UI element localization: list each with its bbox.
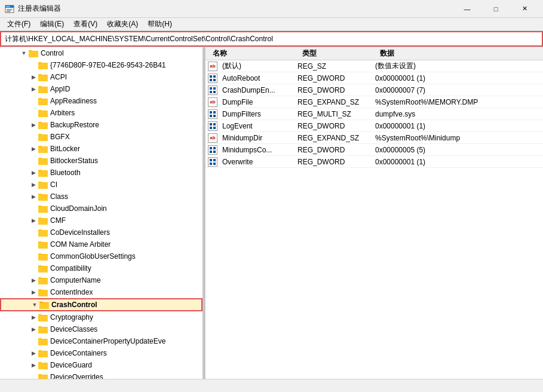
details-row[interactable]: abMinidumpDirREG_EXPAND_SZ%SystemRoot%\M…: [205, 132, 543, 144]
close-button[interactable]: ✕: [511, 0, 538, 18]
main-content: ▼ Control {7746D80F-97E0-4E26-9543-26B41…: [0, 47, 543, 379]
tree-label-control: Control: [41, 49, 64, 57]
tree-item-class[interactable]: ▶ Class: [0, 191, 203, 203]
folder-icon-bitlockerstatus: [38, 156, 48, 166]
details-cell-data: (数值未设置): [375, 61, 541, 71]
tree-item-bgfx[interactable]: BGFX: [0, 131, 203, 143]
tree-item-deviceguard[interactable]: ▶ DeviceGuard: [0, 359, 203, 371]
details-row[interactable]: DumpFiltersREG_MULTI_SZdumpfve.sys: [205, 108, 543, 120]
tree-item-deviceclasses[interactable]: ▶ DeviceClasses: [0, 323, 203, 335]
svg-rect-17: [210, 115, 212, 117]
panel-divider[interactable]: [203, 47, 205, 379]
svg-rect-16: [213, 111, 216, 114]
menu-item-v[interactable]: 查看(V): [69, 18, 102, 30]
reg-icon-dword: [208, 157, 217, 167]
tree-arrow-cryptography[interactable]: ▶: [29, 311, 38, 323]
tree-item-codeviceinstallers[interactable]: CoDeviceInstallers: [0, 226, 203, 238]
tree-arrow-contentindex[interactable]: ▶: [29, 286, 38, 298]
menu-item-f[interactable]: 文件(F): [2, 18, 35, 30]
tree-item-cryptography[interactable]: ▶ Cryptography: [0, 311, 203, 323]
details-panel[interactable]: 名称 类型 数据 ab(默认)REG_SZ(数值未设置)AutoRebootRE…: [205, 47, 543, 379]
maximize-button[interactable]: □: [482, 0, 510, 18]
tree-arrow-bitlocker[interactable]: ▶: [29, 143, 38, 155]
tree-item-backuprestore[interactable]: ▶ BackupRestore: [0, 119, 203, 131]
tree-item-acpi[interactable]: ▶ ACPI: [0, 71, 203, 83]
tree-arrow-deviceguard[interactable]: ▶: [29, 359, 38, 371]
tree-item-devicecontainerpropertyupdateeve[interactable]: DeviceContainerPropertyUpdateEve: [0, 335, 203, 347]
folder-icon-deviceoverrides: [38, 372, 48, 379]
tree-arrow-class[interactable]: ▶: [29, 191, 38, 203]
details-cell-name: AutoReboot: [208, 74, 297, 83]
svg-point-3: [8, 6, 10, 7]
tree-arrow-deviceoverrides[interactable]: [29, 371, 38, 379]
tree-item-appreadiness[interactable]: AppReadiness: [0, 95, 203, 107]
tree-arrow-devicecontainerpropertyupdateeve[interactable]: [29, 335, 38, 347]
folder-icon-comnamearbiter: [38, 240, 48, 249]
tree-item-bitlocker[interactable]: ▶ BitLocker: [0, 143, 203, 155]
details-row[interactable]: LogEventREG_DWORD0x00000001 (1): [205, 120, 543, 132]
tree-arrow-codeviceinstallers[interactable]: [29, 226, 38, 238]
tree-item-contentindex[interactable]: ▶ ContentIndex: [0, 286, 203, 298]
tree-arrow-crashcontrol[interactable]: ▼: [30, 299, 39, 311]
menu-item-a[interactable]: 收藏夹(A): [102, 18, 143, 30]
tree-arrow-arbiters[interactable]: [29, 107, 38, 119]
details-name-text: (默认): [222, 61, 241, 71]
minimize-button[interactable]: —: [453, 0, 481, 18]
folder-icon-computername: [38, 275, 48, 285]
details-name-text: LogEvent: [222, 122, 253, 130]
tree-arrow-backuprestore[interactable]: ▶: [29, 119, 38, 131]
tree-arrow-acpi[interactable]: ▶: [29, 71, 38, 83]
tree-arrow-control[interactable]: ▼: [19, 47, 29, 59]
tree-arrow-appid[interactable]: ▶: [29, 83, 38, 95]
tree-item-bluetooth[interactable]: ▶ Bluetooth: [0, 167, 203, 179]
folder-icon-bgfx: [38, 132, 48, 142]
tree-item-compatibility[interactable]: Compatibility: [0, 262, 203, 274]
details-name-text: MinidumpDir: [222, 134, 262, 142]
menu-item-h[interactable]: 帮助(H): [143, 18, 177, 30]
tree-item-clouddomainjoin[interactable]: CloudDomainJoin: [0, 203, 203, 215]
tree-item-devicecontainers[interactable]: ▶ DeviceContainers: [0, 347, 203, 359]
tree-arrow-deviceclasses[interactable]: ▶: [29, 323, 38, 335]
details-row[interactable]: CrashDumpEn...REG_DWORD0x00000007 (7): [205, 84, 543, 96]
svg-rect-21: [210, 127, 212, 129]
tree-item-bitlockerstatus[interactable]: BitlockerStatus: [0, 155, 203, 167]
tree-item-comnamearbiter[interactable]: COM Name Arbiter: [0, 238, 203, 250]
tree-item-crashcontrol[interactable]: ▼ CrashControl: [0, 298, 203, 311]
tree-item-computername[interactable]: ▶ ComputerName: [0, 274, 203, 286]
tree-arrow-bitlockerstatus[interactable]: [29, 155, 38, 167]
details-cell-data: %SystemRoot%\Minidump: [375, 134, 541, 142]
tree-item-arbiters[interactable]: Arbiters: [0, 107, 203, 119]
tree-arrow-compatibility[interactable]: [29, 262, 38, 274]
tree-item-deviceoverrides[interactable]: DeviceOverrides: [0, 371, 203, 379]
tree-item-commonglobusersettings[interactable]: CommonGlobUserSettings: [0, 250, 203, 262]
tree-item-control[interactable]: ▼ Control: [0, 47, 203, 59]
details-row[interactable]: MinidumpsCo...REG_DWORD0x00000005 (5): [205, 144, 543, 156]
details-cell-name: ab(默认): [208, 61, 297, 71]
tree-arrow-ci[interactable]: ▶: [29, 179, 38, 191]
tree-item-cmf[interactable]: ▶ CMF: [0, 215, 203, 226]
tree-item-guid[interactable]: {7746D80F-97E0-4E26-9543-26B41: [0, 59, 203, 71]
tree-arrow-computername[interactable]: ▶: [29, 274, 38, 286]
folder-icon-devicecontainerpropertyupdateeve: [38, 336, 48, 346]
tree-panel[interactable]: ▼ Control {7746D80F-97E0-4E26-9543-26B41…: [0, 47, 203, 379]
tree-arrow-comnamearbiter[interactable]: [29, 238, 38, 250]
tree-arrow-cmf[interactable]: ▶: [29, 215, 38, 226]
menu-item-e[interactable]: 编辑(E): [35, 18, 69, 30]
folder-icon-backuprestore: [38, 120, 48, 130]
tree-arrow-clouddomainjoin[interactable]: [29, 203, 38, 215]
tree-arrow-devicecontainers[interactable]: ▶: [29, 347, 38, 359]
details-row[interactable]: ab(默认)REG_SZ(数值未设置): [205, 60, 543, 72]
details-name-text: MinidumpsCo...: [222, 146, 272, 154]
folder-icon-compatibility: [38, 264, 48, 273]
details-row[interactable]: OverwriteREG_DWORD0x00000001 (1): [205, 156, 543, 168]
details-row[interactable]: AutoRebootREG_DWORD0x00000001 (1): [205, 72, 543, 84]
tree-arrow-bluetooth[interactable]: ▶: [29, 167, 38, 179]
tree-arrow-appreadiness[interactable]: [29, 95, 38, 107]
details-cell-type: REG_SZ: [297, 62, 375, 71]
tree-arrow-commonglobusersettings[interactable]: [29, 250, 38, 262]
tree-item-appid[interactable]: ▶ AppID: [0, 83, 203, 95]
tree-arrow-bgfx[interactable]: [29, 131, 38, 143]
tree-arrow-guid[interactable]: [29, 59, 38, 71]
tree-item-ci[interactable]: ▶ CI: [0, 179, 203, 191]
details-row[interactable]: abDumpFileREG_EXPAND_SZ%SystemRoot%\MEMO…: [205, 96, 543, 108]
